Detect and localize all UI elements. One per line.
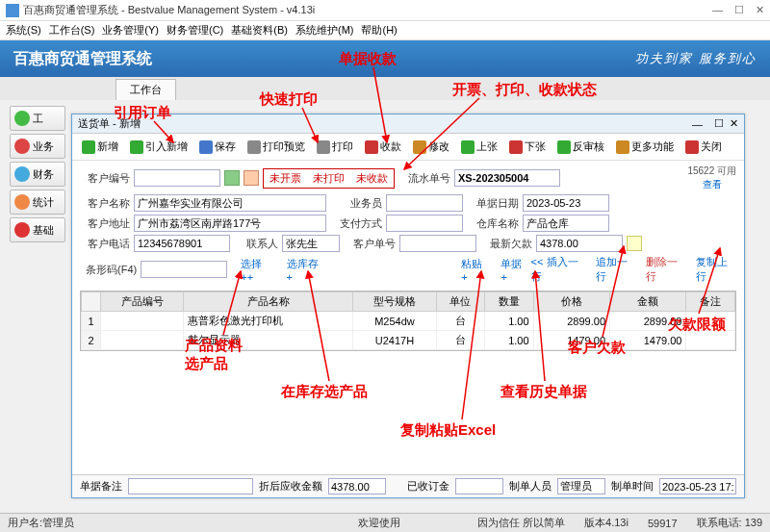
cust-sn-input[interactable] <box>399 235 476 252</box>
cust-sn-label: 客户单号 <box>344 237 396 251</box>
win-max[interactable]: ☐ <box>734 4 744 16</box>
menu-item[interactable]: 业务管理(Y) <box>102 23 159 38</box>
status-bar: 用户名:管理员 欢迎使用 因为信任 所以简单 版本4.13i 59917 联系电… <box>0 513 770 532</box>
tb-import-new[interactable]: 引入新增 <box>126 138 192 156</box>
disc-input[interactable] <box>328 478 386 494</box>
form-area: 客户编号 未开票 未打印 未收款 流水单号 15622 可用 查看 客户名称 业… <box>72 161 744 291</box>
col-unit[interactable]: 单位 <box>436 292 485 312</box>
deposit-label: 已收订金 <box>407 479 449 494</box>
menu-item[interactable]: 基础资料(B) <box>231 23 288 38</box>
col-note[interactable]: 备注 <box>686 292 735 312</box>
lookup-icon[interactable] <box>224 170 240 186</box>
side-work[interactable]: 工 <box>10 106 65 131</box>
contact-input[interactable] <box>282 235 340 252</box>
addr-input[interactable] <box>134 215 326 232</box>
mtime-input[interactable] <box>659 478 736 494</box>
owe-input[interactable] <box>536 235 623 252</box>
table-row[interactable]: 2 戴尔显示器 U2417H 台 1.00 1479.00 1479.00 <box>82 331 735 350</box>
side-fin[interactable]: 财务 <box>10 162 65 187</box>
tb-unaudit[interactable]: 反审核 <box>553 138 608 156</box>
op-append[interactable]: 追加一行 <box>596 255 636 284</box>
side-base[interactable]: 基础 <box>10 217 65 242</box>
note-label: 单据备注 <box>80 479 122 494</box>
menu-item[interactable]: 财务管理(C) <box>167 23 223 38</box>
banner: 百惠商贸通管理系统 功夫到家 服务到心 <box>0 40 770 77</box>
delivery-dialog: 送货单 - 新增 — ☐ ✕ 新增 引入新增 保存 打印预览 打印 收款 修改 … <box>71 114 745 498</box>
dialog-toolbar: 新增 引入新增 保存 打印预览 打印 收款 修改 上张 下张 反审核 更多功能 … <box>72 134 744 161</box>
select-prod[interactable]: 选择++ <box>241 257 272 283</box>
op-insert[interactable]: << 插入一行 <box>531 255 586 284</box>
col-name[interactable]: 产品名称 <box>184 292 353 312</box>
tb-print[interactable]: 打印 <box>313 138 357 156</box>
owe-info-icon[interactable] <box>627 236 642 251</box>
tb-save[interactable]: 保存 <box>195 138 240 156</box>
tb-new[interactable]: 新增 <box>78 138 122 156</box>
maker-input[interactable] <box>557 478 605 494</box>
status-collect: 未收款 <box>356 171 388 186</box>
date-label: 单据日期 <box>467 196 519 211</box>
status-ver: 版本4.13i <box>584 516 629 530</box>
pay-label: 支付方式 <box>330 216 382 231</box>
status-user: 用户名:管理员 <box>8 516 74 530</box>
col-price[interactable]: 价格 <box>533 292 609 312</box>
tb-prev[interactable]: 上张 <box>457 138 501 156</box>
dlg-min[interactable]: — <box>692 118 703 130</box>
menu-item[interactable]: 系统维护(M) <box>295 23 354 38</box>
barcode-input[interactable] <box>141 261 227 278</box>
paste-link[interactable]: 粘贴+ <box>461 257 487 283</box>
col-qty[interactable]: 数量 <box>485 292 534 312</box>
tb-next[interactable]: 下张 <box>505 138 550 156</box>
wh-input[interactable] <box>523 215 609 232</box>
clear-icon[interactable] <box>244 170 259 186</box>
date-input[interactable] <box>523 194 609 212</box>
deposit-input[interactable] <box>455 478 503 494</box>
tb-close[interactable]: 关闭 <box>681 138 726 156</box>
cust-name-input[interactable] <box>134 194 326 212</box>
items-grid[interactable]: 产品编号 产品名称 型号规格 单位 数量 价格 金额 备注 1 惠普彩色激光打印… <box>80 291 736 351</box>
sales-label: 业务员 <box>330 196 382 211</box>
banner-title: 百惠商贸通管理系统 <box>13 49 152 69</box>
tab-workbench[interactable]: 工作台 <box>116 79 176 100</box>
cust-no-input[interactable] <box>134 169 220 187</box>
bill-link[interactable]: 单据+ <box>500 257 526 283</box>
tb-collect[interactable]: 收款 <box>361 138 405 156</box>
tb-more[interactable]: 更多功能 <box>612 138 678 156</box>
col-spec[interactable]: 型号规格 <box>353 292 436 312</box>
status-num: 59917 <box>648 518 678 529</box>
status-box: 未开票 未打印 未收款 <box>263 168 395 189</box>
status-welcome: 欢迎使用 <box>358 516 400 530</box>
win-min[interactable]: — <box>712 4 723 16</box>
tb-edit[interactable]: 修改 <box>409 138 453 156</box>
win-close[interactable]: ✕ <box>756 4 764 16</box>
op-copy[interactable]: 复制上行 <box>696 255 736 284</box>
menu-item[interactable]: 帮助(H) <box>361 23 397 38</box>
table-row[interactable]: 1 惠普彩色激光打印机 M254dw 台 1.00 2899.00 2899.0… <box>82 312 735 331</box>
view-link[interactable]: 查看 <box>687 178 736 191</box>
dlg-close[interactable]: ✕ <box>730 117 738 130</box>
wh-label: 仓库名称 <box>467 216 519 231</box>
tel-input[interactable] <box>134 235 230 252</box>
note-input[interactable] <box>128 478 253 494</box>
mtime-label: 制单时间 <box>611 479 654 494</box>
side-stat[interactable]: 统计 <box>10 190 65 215</box>
op-delete[interactable]: 删除一行 <box>646 255 686 284</box>
pay-input[interactable] <box>386 215 463 232</box>
menu-item[interactable]: 工作台(S) <box>49 23 95 38</box>
avail-text: 15622 可用 <box>687 165 736 178</box>
status-print: 未打印 <box>313 171 345 186</box>
dialog-title: 送货单 - 新增 <box>78 116 141 131</box>
dlg-max[interactable]: ☐ <box>714 117 724 130</box>
tb-preview[interactable]: 打印预览 <box>244 138 309 156</box>
disc-label: 折后应收金额 <box>259 479 322 494</box>
sidebar: 工 业务 财务 统计 基础 <box>10 106 65 245</box>
serial-input[interactable] <box>454 169 560 187</box>
col-amt[interactable]: 金额 <box>610 292 686 312</box>
side-biz[interactable]: 业务 <box>10 134 65 159</box>
window-title: 百惠商贸通管理系统 - Bestvalue Management System … <box>23 3 712 17</box>
disc-icon[interactable] <box>392 480 401 494</box>
addr-label: 客户地址 <box>80 216 130 231</box>
select-stock[interactable]: 选库存+ <box>287 257 323 283</box>
col-code[interactable]: 产品编号 <box>101 292 184 312</box>
sales-input[interactable] <box>386 194 463 212</box>
menu-item[interactable]: 系统(S) <box>6 23 41 38</box>
